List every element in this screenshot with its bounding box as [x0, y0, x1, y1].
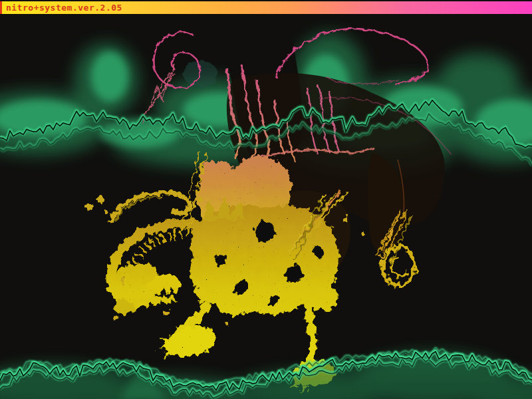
version-text: nitro+system.ver.2.05 [6, 1, 122, 14]
psychedelic-artwork [0, 0, 532, 399]
hind-hoof-loop [382, 247, 415, 285]
game-screen[interactable]: nitro+system.ver.2.05 [0, 0, 532, 399]
version-titlebar: nitro+system.ver.2.05 [0, 1, 532, 14]
titlebar-left-edge [0, 1, 2, 14]
teal-speck-blob [184, 61, 218, 88]
front-left-paw [165, 327, 217, 356]
